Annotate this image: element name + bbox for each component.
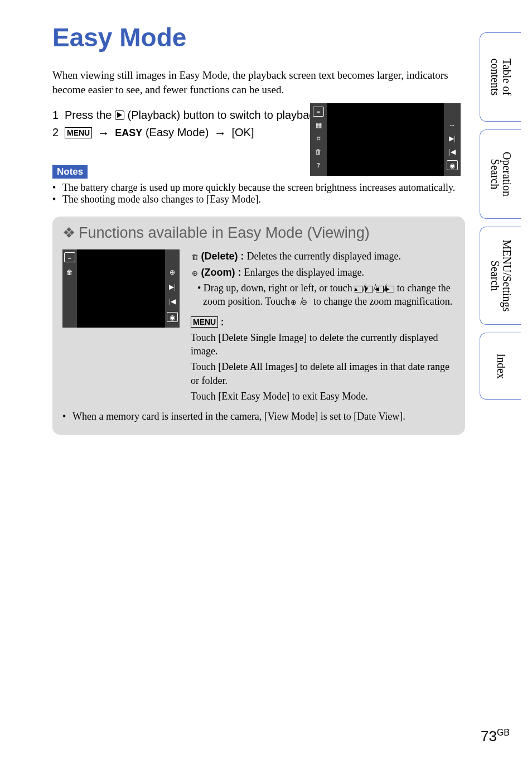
screen-right-strip: ⊕ ▶| |◀ ◉	[165, 249, 180, 328]
right-arrow-key-icon: ▶	[386, 286, 394, 292]
step-number: 2	[52, 124, 65, 143]
zoom-out-icon: ⊖	[303, 299, 311, 306]
zoom-sub-text-a: Drag up, down, right or left, or touch	[204, 282, 355, 294]
up-arrow-key-icon: ▲	[355, 286, 362, 292]
menu-line: Touch [Delete All Images] to delete all …	[191, 360, 455, 387]
note-item: • The battery charge is used up more qui…	[52, 182, 465, 194]
note-item: • The shooting mode also changes to [Eas…	[52, 194, 465, 205]
sidetab-operation-search[interactable]: OperationSearch	[480, 129, 521, 219]
next-icon: ▶|	[447, 133, 458, 143]
bullet-dot: •	[52, 194, 62, 205]
screen-left-strip: ≡ ▦ ⌗ 🗑 ?	[310, 103, 327, 176]
menu-icon: ≡	[313, 107, 324, 117]
screen-right-strip: ↔ ▶| |◀ ◉	[444, 103, 461, 176]
delete-function-row: 🗑 (Delete) : Deletes the currently displ…	[191, 249, 455, 263]
tip-panel: ❖ Functions available in Easy Mode (View…	[52, 217, 465, 435]
easy-mode-screen-preview: ≡ 🗑 ⊕ ▶| |◀ ◉	[62, 249, 180, 328]
zoom-label: (Zoom) :	[201, 267, 244, 278]
camera-icon: ◉	[167, 312, 178, 322]
page-number: 73GB	[481, 728, 510, 745]
bullet-dot: •	[52, 182, 62, 194]
playback-screen-preview: ≡ ▦ ⌗ 🗑 ? ↔ ▶| |◀ ◉	[310, 103, 461, 176]
menu-colon: :	[221, 316, 224, 328]
sidetab-menu-settings-search[interactable]: MENU/SettingsSearch	[480, 227, 521, 325]
menu-icon: MENU	[191, 316, 218, 328]
trash-icon: 🗑	[191, 253, 199, 261]
step-text-tail1: (Easy Mode)	[146, 126, 212, 138]
step-number: 1	[52, 107, 65, 124]
next-icon: ▶|	[167, 282, 178, 292]
sidetab-label: OperationSearch	[489, 152, 512, 196]
tip-body: ≡ 🗑 ⊕ ▶| |◀ ◉ 🗑 (Delete) : Deletes the	[62, 249, 455, 405]
help-icon: ?	[313, 160, 324, 170]
page-number-suffix: GB	[497, 728, 510, 737]
tip-title: ❖ Functions available in Easy Mode (View…	[62, 224, 455, 242]
step-text-tail2: [OK]	[231, 126, 254, 138]
zoom-in-icon: ⊕	[167, 267, 178, 277]
notes-heading: Notes	[52, 165, 88, 179]
tip-title-text: Functions available in Easy Mode (Viewin…	[79, 224, 370, 242]
zoom-text: Enlarges the displayed image.	[244, 267, 364, 278]
prev-icon: |◀	[447, 147, 458, 157]
expand-icon: ↔	[447, 120, 458, 130]
zoom-sub-row: • Drag up, down, right or left, or touch…	[191, 281, 455, 309]
tip-text-column: 🗑 (Delete) : Deletes the currently displ…	[191, 249, 455, 405]
menu-line: Touch [Delete Single Image] to delete th…	[191, 331, 455, 358]
sidetab-label: Table ofcontents	[489, 59, 512, 96]
sidetab-table-of-contents[interactable]: Table ofcontents	[480, 32, 521, 122]
trash-icon: 🗑	[64, 267, 75, 277]
menu-function-row: MENU :	[191, 315, 224, 329]
menu-icon: ≡	[64, 252, 75, 262]
sidetab-label: Index	[495, 353, 506, 379]
menu-icon: MENU	[65, 127, 92, 138]
step-text-prefix: Press the	[65, 109, 115, 121]
lightbulb-icon: ❖	[62, 224, 75, 242]
zoom-in-icon: ⊕	[292, 299, 300, 306]
down-arrow-key-icon: ▼	[365, 286, 373, 292]
left-arrow-key-icon: ◀	[376, 286, 384, 292]
trash-icon: 🗑	[313, 147, 324, 157]
page-number-value: 73	[481, 728, 497, 744]
playback-icon	[115, 110, 124, 120]
note-text: The shooting mode also changes to [Easy …	[62, 194, 261, 205]
arrow-icon: →	[95, 126, 112, 140]
page-root: Easy Mode When viewing still images in E…	[0, 0, 532, 764]
page-title: Easy Mode	[52, 22, 465, 52]
sidetab-label: MENU/SettingsSearch	[489, 240, 512, 312]
prev-icon: |◀	[167, 296, 178, 306]
zoom-sub-text-c: to change the zoom magnification.	[313, 296, 452, 307]
note-text: The battery charge is used up more quick…	[62, 182, 455, 194]
wide-zoom-icon: ⌗	[313, 133, 324, 143]
delete-text: Deletes the currently displayed image.	[247, 251, 401, 262]
main-column: Easy Mode When viewing still images in E…	[52, 22, 465, 435]
screen-left-strip: ≡ 🗑	[62, 249, 77, 328]
bullet-dot: •	[62, 411, 72, 422]
zoom-function-row: ⊕ (Zoom) : Enlarges the displayed image.	[191, 266, 455, 279]
menu-line: Touch [Exit Easy Mode] to exit Easy Mode…	[191, 390, 455, 403]
sidetab-index[interactable]: Index	[480, 333, 521, 400]
intro-paragraph: When viewing still images in Easy Mode, …	[52, 68, 465, 97]
zoom-in-icon: ⊕	[191, 270, 199, 277]
tip-bottom-text: When a memory card is inserted in the ca…	[72, 411, 405, 422]
easy-label: EASY	[115, 127, 142, 138]
tip-bottom-note: • When a memory card is inserted in the …	[62, 411, 455, 422]
arrow-icon: →	[212, 126, 229, 140]
notes-list: • The battery charge is used up more qui…	[52, 182, 465, 205]
camera-icon: ◉	[447, 160, 458, 170]
delete-label: (Delete) :	[201, 251, 247, 262]
calendar-icon: ▦	[313, 120, 324, 130]
